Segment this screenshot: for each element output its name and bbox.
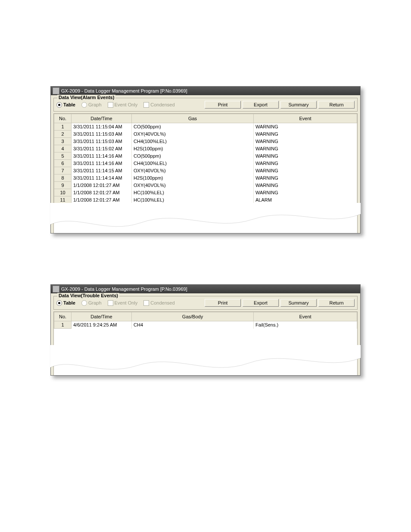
group-legend: Data View(Trouble Events) — [57, 293, 119, 298]
cell-event: WARNING — [254, 123, 357, 131]
cell-event: WARNING — [254, 131, 357, 138]
cell-gas: H2S(100ppm) — [132, 174, 254, 182]
cell-gas: CH4(100%LEL) — [132, 138, 254, 145]
cell-datetime: 3/31/2011 11:14:15 AM — [72, 167, 132, 174]
cell-no: 5 — [54, 152, 72, 160]
summary-button[interactable]: Summary — [280, 101, 317, 109]
col-no[interactable]: No. — [54, 114, 72, 123]
cell-datetime: 3/31/2011 11:15:03 AM — [72, 131, 132, 138]
window-titlebar[interactable]: GX-2009 - Data Logger Management Program… — [51, 285, 360, 293]
cell-event: OVER — [254, 204, 357, 211]
table-row[interactable]: 83/31/2011 11:14:14 AMH2S(100ppm)WARNING — [54, 174, 357, 182]
radio-graph: Graph — [81, 102, 102, 108]
table-row[interactable]: 91/1/2008 12:01:27 AMOXY(40VOL%)WARNING — [54, 182, 357, 189]
radio-table[interactable]: Table — [56, 102, 75, 108]
group-legend: Data View(Alarm Events) — [57, 95, 115, 100]
col-gasbody[interactable]: Gas/Body — [132, 312, 254, 321]
col-no[interactable]: No. — [54, 312, 72, 321]
export-button[interactable]: Export — [243, 299, 279, 307]
cell-no: 6 — [54, 160, 72, 167]
data-view-group: Data View(Alarm Events) Table Graph Even… — [53, 98, 358, 112]
cell-datetime: 1/1/2008 12:01:27 AM — [72, 196, 132, 204]
col-datetime[interactable]: Date/Time — [72, 114, 132, 123]
radio-table[interactable]: Table — [56, 300, 75, 306]
print-button[interactable]: Print — [205, 101, 241, 109]
check-event-only: Event Only — [108, 102, 138, 108]
cell-gas: OXY(40VOL%) — [132, 182, 254, 189]
export-button[interactable]: Export — [243, 101, 279, 109]
return-button[interactable]: Return — [318, 299, 355, 307]
cell-event: WARNING — [254, 167, 357, 174]
radio-graph-label: Graph — [88, 102, 102, 108]
cell-gas: CH4(100%LEL) — [132, 160, 254, 167]
cell-no: 1 — [54, 321, 72, 329]
cell-event: WARNING — [254, 189, 357, 196]
cell-no: 3 — [54, 138, 72, 145]
table-row[interactable]: 33/31/2011 11:15:03 AMCH4(100%LEL)WARNIN… — [54, 138, 357, 145]
cell-gas: H2S(100ppm) — [132, 145, 254, 152]
print-button[interactable]: Print — [205, 299, 241, 307]
cell-datetime: 3/31/2011 11:15:02 AM — [72, 145, 132, 152]
trouble-events-window: GX-2009 - Data Logger Management Program… — [50, 284, 361, 375]
check-condensed: Condensed — [143, 102, 174, 108]
window-titlebar[interactable]: GX-2009 - Data Logger Management Program… — [51, 87, 360, 95]
cell-event: WARNING — [254, 138, 357, 145]
table-row[interactable]: 73/31/2011 11:14:15 AMOXY(40VOL%)WARNING — [54, 167, 357, 174]
trouble-events-table[interactable]: No. Date/Time Gas/Body Event 14/6/2011 9… — [53, 311, 358, 376]
cell-no: 11 — [54, 196, 72, 204]
radio-table-label: Table — [63, 300, 75, 306]
app-icon — [53, 87, 59, 94]
table-row[interactable]: 14/6/2011 9:24:25 AMCH4Fail(Sens.) — [54, 321, 357, 329]
col-gas[interactable]: Gas — [132, 114, 254, 123]
check-event-only-label: Event Only — [115, 300, 138, 306]
cell-no: 9 — [54, 182, 72, 189]
cell-no: 8 — [54, 174, 72, 182]
check-condensed: Condensed — [143, 300, 174, 306]
window-title: GX-2009 - Data Logger Management Program… — [61, 286, 187, 292]
col-event[interactable]: Event — [254, 312, 357, 321]
table-row[interactable]: 111/1/2008 12:01:27 AMHC(100%LEL)ALARM — [54, 196, 357, 204]
app-icon — [53, 286, 59, 292]
cell-datetime: 4/6/2011 9:24:25 AM — [72, 321, 132, 329]
return-button[interactable]: Return — [318, 101, 355, 109]
table-row[interactable]: 13/31/2011 11:15:04 AMCO(500ppm)WARNING — [54, 123, 357, 131]
check-event-only-label: Event Only — [115, 102, 138, 108]
cell-event: WARNING — [254, 152, 357, 160]
cell-gas: OXY(40VOL%) — [132, 131, 254, 138]
cell-event: WARNING — [254, 145, 357, 152]
cell-gas: HC(100%LEL) — [132, 196, 254, 204]
table-row[interactable]: 43/31/2011 11:15:02 AMH2S(100ppm)WARNING — [54, 145, 357, 152]
cell-no: 4 — [54, 145, 72, 152]
table-row[interactable]: 101/1/2008 12:01:27 AMHC(100%LEL)WARNING — [54, 189, 357, 196]
cell-gas: HC(100%LEL) — [132, 189, 254, 196]
table-row[interactable]: 23/31/2011 11:15:03 AMOXY(40VOL%)WARNING — [54, 131, 357, 138]
cell-gas: CO(500ppm) — [132, 152, 254, 160]
cell-event: WARNING — [254, 174, 357, 182]
cell-datetime: 3/31/2011 11:15:04 AM — [72, 123, 132, 131]
cell-datetime: 1/1/2008 12:01:27 AM — [72, 189, 132, 196]
cell-gas: HC(100%LEL) — [132, 204, 254, 211]
table-row[interactable]: 121/1/2008 12:01:27 AMHC(100%LEL)OVER — [54, 204, 357, 211]
radio-graph-label: Graph — [88, 300, 102, 306]
cell-datetime: 3/31/2011 11:14:16 AM — [72, 160, 132, 167]
check-condensed-label: Condensed — [150, 102, 174, 108]
radio-graph: Graph — [81, 300, 102, 306]
table-row[interactable]: 53/31/2011 11:14:16 AMCO(500ppm)WARNING — [54, 152, 357, 160]
cell-datetime: 1/1/2008 12:01:27 AM — [72, 204, 132, 211]
alarm-events-window: GX-2009 - Data Logger Management Program… — [50, 86, 361, 233]
cell-no: 7 — [54, 167, 72, 174]
col-datetime[interactable]: Date/Time — [72, 312, 132, 321]
cell-datetime: 3/31/2011 11:14:16 AM — [72, 152, 132, 160]
cell-no: 2 — [54, 131, 72, 138]
cell-event: Fail(Sens.) — [254, 321, 357, 329]
col-event[interactable]: Event — [254, 114, 357, 123]
cell-no: 12 — [54, 204, 72, 211]
cell-event: ALARM — [254, 196, 357, 204]
alarm-events-table[interactable]: No. Date/Time Gas Event 13/31/2011 11:15… — [53, 113, 358, 233]
window-title: GX-2009 - Data Logger Management Program… — [61, 88, 187, 93]
cell-event: WARNING — [254, 182, 357, 189]
summary-button[interactable]: Summary — [280, 299, 317, 307]
table-row[interactable]: 63/31/2011 11:14:16 AMCH4(100%LEL)WARNIN… — [54, 160, 357, 167]
cell-no: 1 — [54, 123, 72, 131]
radio-table-label: Table — [63, 102, 75, 108]
